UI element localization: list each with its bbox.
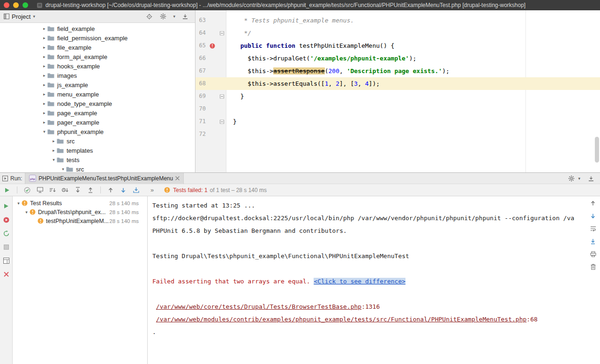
project-tree-item-tests[interactable]: ▾tests: [0, 155, 195, 164]
project-tree-item-file_example[interactable]: ▸file_example: [0, 43, 195, 52]
chevron-down-icon[interactable]: ▾: [23, 210, 30, 215]
editor-line-67[interactable]: 67 $this->assertResponse(200, 'Descripti…: [195, 65, 600, 77]
editor-line-66[interactable]: 66 $this->drupalGet('/examples/phpunit-e…: [195, 52, 600, 65]
collapse-all-button[interactable]: [86, 186, 95, 194]
project-item-label: pager_example: [57, 119, 99, 126]
previous-failed-button[interactable]: [106, 186, 115, 194]
editor-line-65[interactable]: 65! public function testPhpUnitExampleMe…: [195, 39, 600, 52]
tests-failed-icon: [164, 187, 170, 193]
chevron-down-icon[interactable]: ▾: [33, 14, 35, 19]
chevron-right-icon[interactable]: ▸: [41, 82, 47, 87]
zoom-window-button[interactable]: [22, 2, 28, 8]
settings-icon[interactable]: [567, 174, 576, 183]
test-tree-row[interactable]: ▾Drupal\Tests\phpunit_ex...28 s 140 ms: [13, 208, 147, 216]
run-tab[interactable]: php PHPUnitExampleMenuTest.testPhpUnitEx…: [25, 173, 184, 184]
project-tree-item-field_permission_example[interactable]: ▸field_permission_example: [0, 33, 195, 43]
fold-minus-icon[interactable]: [220, 31, 224, 35]
stacktrace-link[interactable]: /var/www/web/core/tests/Drupal/Tests/Bro…: [156, 303, 361, 310]
project-tree-item-menu_example[interactable]: ▸menu_example: [0, 89, 195, 99]
chevron-down-icon[interactable]: ▾: [15, 201, 22, 206]
chevron-down-icon[interactable]: ▾: [60, 167, 66, 171]
editor-line-63[interactable]: 63 * Tests phpunit_example menus.: [195, 14, 600, 27]
project-tree-item-src[interactable]: ▸src: [0, 136, 195, 146]
editor-line-70[interactable]: 70: [195, 103, 600, 115]
rerun-button[interactable]: [3, 186, 11, 194]
fold-minus-icon[interactable]: [220, 119, 224, 124]
chevron-right-icon[interactable]: ▸: [41, 36, 47, 40]
test-console[interactable]: Testing started at 13:25 ...sftp://docke…: [148, 196, 600, 364]
test-failed-icon[interactable]: !: [210, 43, 215, 49]
line-number: 67: [195, 65, 206, 77]
project-tree-item-js_example[interactable]: ▸js_example: [0, 80, 195, 89]
chevron-right-icon[interactable]: ▸: [51, 139, 57, 143]
close-tab-icon[interactable]: [175, 176, 180, 180]
stacktrace-link[interactable]: /var/www/web/modules/contrib/examples/ph…: [156, 316, 527, 323]
project-tree-item-src[interactable]: ▾src: [0, 164, 195, 172]
next-failed-button[interactable]: [119, 186, 128, 194]
clear-button[interactable]: [589, 262, 597, 271]
project-tree-item-phpunit_example[interactable]: ▾phpunit_example: [0, 127, 195, 136]
soft-wrap-button[interactable]: [589, 224, 597, 233]
chevron-right-icon[interactable]: ▸: [41, 111, 47, 115]
print-button[interactable]: [589, 250, 597, 258]
gutter-icons: !: [206, 39, 226, 52]
chevron-down-icon[interactable]: ▾: [173, 14, 175, 19]
show-passed-button[interactable]: [23, 186, 31, 194]
project-tree-item-node_type_example[interactable]: ▸node_type_example: [0, 99, 195, 108]
fold-minus-icon[interactable]: [220, 94, 224, 98]
editor-line-69[interactable]: 69 }: [195, 90, 600, 103]
chevron-right-icon[interactable]: ▸: [41, 101, 47, 106]
editor-scrollbar-thumb[interactable]: [595, 137, 599, 163]
sort-by-duration-button[interactable]: [61, 186, 69, 194]
up-stack-button[interactable]: [589, 199, 597, 208]
chevron-right-icon[interactable]: ▸: [41, 26, 47, 31]
import-results-button[interactable]: [132, 186, 140, 194]
rerun-button[interactable]: [2, 202, 10, 210]
restore-layout-button[interactable]: [2, 256, 10, 265]
stop-button[interactable]: [2, 243, 10, 251]
hide-toolwindow-icon[interactable]: [587, 174, 595, 183]
locate-icon[interactable]: [145, 12, 153, 21]
track-running-button[interactable]: [36, 186, 44, 194]
editor-line-68[interactable]: 68 $this->assertEquals([1, 2], [3, 4]);: [195, 77, 600, 90]
project-tree-item-templates[interactable]: ▸templates: [0, 146, 195, 155]
toolbar-overflow-chevron[interactable]: »: [150, 186, 154, 193]
test-tree-row[interactable]: testPhpUnitExampleM...28 s 140 ms: [13, 216, 147, 225]
editor-line-64[interactable]: 64 */: [195, 27, 600, 39]
auto-test-button[interactable]: [2, 229, 10, 238]
code-line: [226, 128, 233, 141]
chevron-right-icon[interactable]: ▸: [41, 120, 47, 125]
console-text: Testing started at 13:25 ...: [152, 202, 255, 209]
project-tree-item-hooks_example[interactable]: ▸hooks_example: [0, 61, 195, 71]
project-tree-item-images[interactable]: ▸images: [0, 71, 195, 80]
scroll-end-button[interactable]: [589, 237, 597, 245]
chevron-right-icon[interactable]: ▸: [41, 64, 47, 68]
settings-icon[interactable]: [159, 12, 167, 21]
close-window-button[interactable]: [4, 2, 9, 8]
diff-link[interactable]: <Click to see difference>: [314, 278, 405, 285]
project-tree-item-form_api_example[interactable]: ▸form_api_example: [0, 52, 195, 61]
chevron-right-icon[interactable]: ▸: [51, 148, 57, 153]
chevron-down-icon[interactable]: ▾: [51, 157, 57, 162]
chevron-right-icon[interactable]: ▸: [41, 92, 47, 97]
chevron-down-icon[interactable]: ▾: [41, 129, 47, 134]
test-tree-row[interactable]: ▾Test Results28 s 140 ms: [13, 199, 147, 208]
project-tree-item-field_example[interactable]: ▸field_example: [0, 24, 195, 33]
editor[interactable]: 63 * Tests phpunit_example menus.64 */65…: [195, 10, 600, 172]
close-button[interactable]: [2, 270, 10, 278]
project-tree-item-pager_example[interactable]: ▸pager_example: [0, 118, 195, 127]
chevron-right-icon[interactable]: ▸: [41, 45, 47, 50]
project-tree-item-page_example[interactable]: ▸page_example: [0, 108, 195, 118]
chevron-right-icon[interactable]: ▸: [41, 54, 47, 59]
expand-all-button[interactable]: [74, 186, 82, 194]
editor-line-72[interactable]: 72: [195, 128, 600, 141]
sort-alphabetically-button[interactable]: [48, 186, 57, 194]
hide-toolwindow-icon[interactable]: [181, 12, 189, 21]
project-header-label[interactable]: Project: [12, 13, 30, 20]
chevron-down-icon[interactable]: ▾: [578, 176, 580, 181]
rerun-failed-button[interactable]: [2, 215, 10, 224]
down-stack-button[interactable]: [589, 212, 597, 220]
minimize-window-button[interactable]: [13, 2, 19, 8]
chevron-right-icon[interactable]: ▸: [41, 73, 47, 78]
editor-line-71[interactable]: 71}: [195, 115, 600, 128]
